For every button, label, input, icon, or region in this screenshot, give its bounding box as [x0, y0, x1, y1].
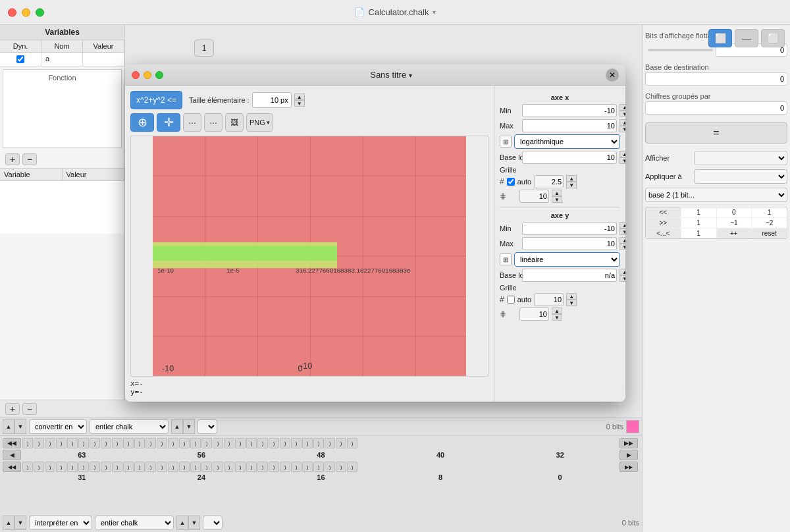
- axis-x-max-up[interactable]: ▲: [619, 119, 625, 126]
- grid-x-auto-stepper: ▲ ▼: [566, 175, 577, 188]
- axis-x-max-row: Max ▲ ▼: [500, 119, 620, 132]
- formula-button[interactable]: x^2+y^2 <=: [130, 91, 182, 109]
- svg-text:1e-10: 1e-10: [157, 267, 174, 274]
- axis-x-grid-icon: ⊞: [500, 136, 512, 147]
- size-label: Taille élémentaire :: [189, 96, 250, 104]
- size-down[interactable]: ▼: [294, 100, 305, 107]
- minimize-button[interactable]: [22, 8, 30, 16]
- axis-x-type-dropdown[interactable]: logarithmique: [514, 134, 620, 149]
- axis-x-title: axe x: [500, 93, 620, 101]
- axis-y-type-row: ⊞ linéaire: [500, 252, 620, 267]
- modal-plot-area: x^2+y^2 <= Taille élémentaire : ▲ ▼ ⊕ ✛ …: [125, 86, 494, 402]
- modal-toolbar: x^2+y^2 <= Taille élémentaire : ▲ ▼: [130, 91, 488, 109]
- modal-axis-panel: axe x Min ▲ ▼ Max ▲ ▼: [494, 86, 625, 402]
- axis-y-baselog-stepper: ▲ ▼: [619, 269, 625, 282]
- axis-x-baselog-row: Base log. ▲ ▼: [500, 151, 620, 164]
- size-input[interactable]: [252, 92, 292, 108]
- close-button[interactable]: [8, 8, 16, 16]
- grid-y-value2[interactable]: [519, 307, 549, 321]
- grid-x-down2[interactable]: ▼: [552, 196, 562, 203]
- modal-close[interactable]: [132, 71, 140, 79]
- axis-x-min-row: Min ▲ ▼: [500, 104, 620, 117]
- png-dropdown[interactable]: PNG ▾: [246, 113, 273, 132]
- grid-x-row2: ⋕ ▲ ▼: [500, 190, 620, 203]
- grid-x-row1: # auto ▲ ▼: [500, 175, 620, 188]
- axis-y-max-up[interactable]: ▲: [619, 237, 625, 244]
- grid-y-auto-down[interactable]: ▼: [566, 300, 577, 306]
- axis-x-baselog-up[interactable]: ▲: [619, 151, 625, 157]
- grid-x-value2[interactable]: [519, 190, 549, 203]
- axis-x-min-down[interactable]: ▼: [619, 111, 625, 117]
- grid-y-auto-up[interactable]: ▲: [566, 293, 577, 300]
- dots-button-2[interactable]: ···: [204, 113, 223, 132]
- modal-zoom[interactable]: [155, 71, 163, 79]
- move-button[interactable]: ✛: [157, 113, 180, 132]
- tab-badge[interactable]: 1: [194, 40, 214, 57]
- modal-overlay: Sans titre ▾ ✕ x^2+y^2 <= Taille élément…: [0, 25, 790, 532]
- grid-x-icon1: #: [500, 177, 504, 186]
- grid-x-icon2: ⋕: [500, 192, 506, 201]
- min-label: Min: [500, 107, 519, 115]
- grid-y-icon1: #: [500, 295, 504, 304]
- image-button[interactable]: 🖼: [225, 113, 244, 132]
- axis-x-max-down[interactable]: ▼: [619, 126, 625, 132]
- axis-y-title: axe y: [500, 211, 620, 219]
- grid-x-auto-up[interactable]: ▲: [566, 175, 577, 182]
- axis-x-min-up[interactable]: ▲: [619, 104, 625, 111]
- grid-y-auto-value[interactable]: [534, 293, 564, 306]
- axis-x-baselog-stepper: ▲ ▼: [619, 151, 625, 164]
- axis-y-min-down[interactable]: ▼: [619, 228, 625, 235]
- max-label: Max: [500, 122, 519, 130]
- axis-x-min-stepper: ▲ ▼: [619, 104, 625, 117]
- grid-y-down2[interactable]: ▼: [552, 314, 562, 321]
- axis-y-min-up[interactable]: ▲: [619, 222, 625, 228]
- title-bar: 📄 Calculator.chalk ▾ ⬜ — ⬜: [0, 0, 790, 25]
- base-log-label: Base log.: [500, 153, 519, 161]
- axis-x-baselog-input[interactable]: [522, 151, 617, 164]
- grid-x-up2[interactable]: ▲: [552, 190, 562, 196]
- svg-text:-10: -10: [162, 364, 174, 373]
- modal-close-x-button[interactable]: ✕: [606, 68, 619, 82]
- modal-title: Sans titre ▾: [163, 70, 619, 80]
- axis-y-grid-icon: ⊞: [500, 253, 512, 265]
- axis-y-min-stepper: ▲ ▼: [619, 222, 625, 235]
- grille-x-label: Grille: [500, 166, 620, 174]
- plot-svg: -10 0 1e-10 1e-5 316.2277660168383.16227…: [131, 136, 488, 376]
- axis-y-baselog-up[interactable]: ▲: [619, 269, 625, 275]
- coord-x: x=-: [130, 379, 488, 388]
- axis-x-max-input[interactable]: [522, 119, 617, 132]
- axis-y-min-input[interactable]: [522, 222, 617, 235]
- grid-x-auto-value[interactable]: [534, 175, 564, 188]
- axis-x-baselog-down[interactable]: ▼: [619, 157, 625, 164]
- axis-x-min-input[interactable]: [522, 104, 617, 117]
- grid-y-icon2: ⋕: [500, 309, 506, 319]
- axis-y-max-input[interactable]: [522, 237, 617, 250]
- maximize-button[interactable]: [36, 8, 44, 16]
- axis-y-max-label: Max: [500, 240, 519, 248]
- plot-canvas[interactable]: -10 0 1e-10 1e-5 316.2277660168383.16227…: [130, 136, 488, 377]
- modal-content: x^2+y^2 <= Taille élémentaire : ▲ ▼ ⊕ ✛ …: [125, 86, 625, 402]
- axis-y-baselog-label: Base log.: [500, 271, 519, 279]
- axis-y-max-row: Max ▲ ▼: [500, 237, 620, 250]
- grid-y-up2[interactable]: ▲: [552, 307, 562, 314]
- axis-y-max-down[interactable]: ▼: [619, 244, 625, 250]
- coord-y: y=-: [130, 388, 488, 396]
- grid-y-auto-label: auto: [517, 296, 531, 304]
- modal-minimize[interactable]: [144, 71, 151, 79]
- grid-x-auto-down[interactable]: ▼: [566, 182, 577, 188]
- grille-y-label: Grille: [500, 284, 620, 292]
- size-up[interactable]: ▲: [294, 93, 305, 100]
- axis-y-baselog-input[interactable]: [522, 269, 617, 282]
- grid-y-auto-checkbox[interactable]: [507, 296, 515, 304]
- axis-y-min-row: Min ▲ ▼: [500, 222, 620, 235]
- document-icon: 📄: [354, 7, 365, 17]
- axis-y-baselog-down[interactable]: ▼: [619, 275, 625, 282]
- axis-y-min-label: Min: [500, 225, 519, 232]
- modal-title-bar: Sans titre ▾ ✕: [125, 65, 625, 86]
- grid-x-auto-checkbox[interactable]: [507, 178, 515, 186]
- svg-text:-10: -10: [300, 361, 312, 371]
- dots-button-1[interactable]: ···: [183, 113, 201, 132]
- crosshair-button[interactable]: ⊕: [130, 113, 154, 132]
- axis-y-type-dropdown[interactable]: linéaire: [514, 252, 620, 267]
- svg-rect-12: [153, 246, 337, 261]
